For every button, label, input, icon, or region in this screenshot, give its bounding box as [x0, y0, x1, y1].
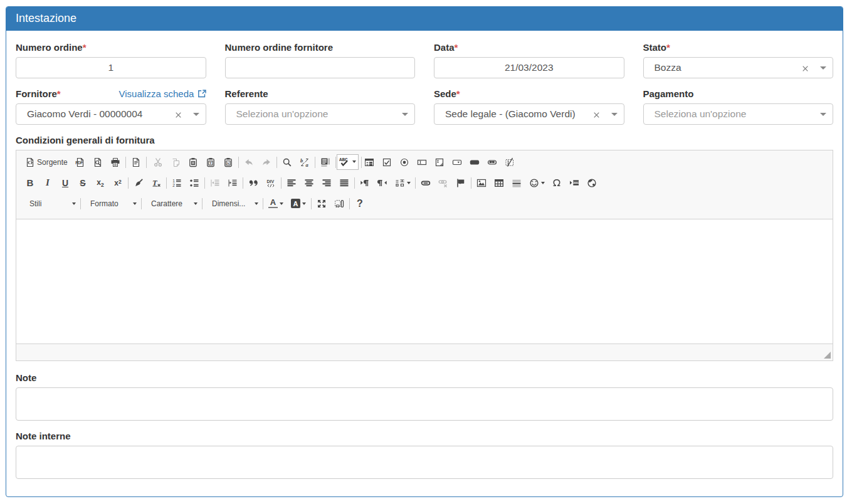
svg-text:DIV: DIV: [267, 179, 275, 183]
svg-text:a: a: [306, 162, 309, 167]
svg-text:b: b: [300, 157, 303, 164]
svg-text:2: 2: [172, 183, 175, 187]
svg-text:PDF: PDF: [75, 160, 83, 165]
svg-text:T: T: [209, 160, 213, 165]
svg-text:T: T: [152, 178, 158, 187]
svg-text:w: w: [227, 161, 230, 165]
svg-text:1: 1: [172, 178, 175, 182]
